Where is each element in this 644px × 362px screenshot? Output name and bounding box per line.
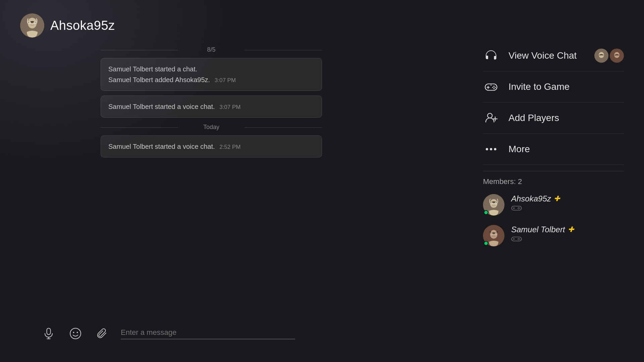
svg-point-50 — [518, 239, 519, 240]
header-username: Ahsoka95z — [50, 18, 115, 33]
header-avatar — [20, 13, 44, 38]
svg-point-48 — [519, 239, 520, 239]
message-text-1b: Samuel Tolbert added Ahsoka95z. — [108, 76, 210, 83]
chat-message-3: Samuel Tolbert started a voice chat. 2:5… — [101, 135, 322, 158]
svg-rect-51 — [47, 328, 50, 335]
svg-point-16 — [492, 87, 494, 88]
svg-point-49 — [518, 239, 518, 239]
add-person-icon — [483, 110, 499, 126]
input-bar — [40, 325, 295, 342]
online-dot-samuel — [484, 241, 488, 246]
member-item-samuel[interactable]: Samuel Tolbert ✚ — [483, 225, 624, 246]
date-divider-old: 8/5 — [101, 46, 322, 53]
svg-point-42 — [491, 234, 492, 234]
gamepad-icon — [483, 79, 499, 95]
emoji-button[interactable] — [67, 325, 84, 342]
message-text-1a: Samuel Tolbert started a chat. — [108, 65, 197, 73]
right-panel: View Voice Chat — [483, 40, 624, 256]
chat-message-1: Samuel Tolbert started a chat. Samuel To… — [101, 58, 322, 91]
svg-point-29 — [491, 203, 492, 203]
svg-point-24 — [494, 148, 496, 150]
svg-point-35 — [519, 208, 520, 208]
member-name-samuel: Samuel Tolbert ✚ — [511, 225, 574, 234]
invite-to-game-label: Invite to Game — [508, 81, 624, 92]
svg-point-37 — [518, 208, 519, 209]
microphone-button[interactable] — [40, 325, 57, 342]
header: Ahsoka95z — [20, 13, 115, 38]
panel-divider — [483, 171, 624, 171]
svg-point-56 — [77, 332, 78, 333]
svg-point-17 — [493, 88, 495, 89]
svg-point-34 — [518, 207, 519, 208]
chat-area: 8/5 Samuel Tolbert started a chat. Samue… — [101, 40, 322, 162]
member-item-ahsoka[interactable]: Ahsoka95z ✚ — [483, 194, 624, 216]
members-header: Members: 2 — [483, 177, 624, 186]
psplus-icon-samuel: ✚ — [568, 225, 574, 234]
chat-message-2: Samuel Tolbert started a voice chat. 3:0… — [101, 96, 322, 118]
controller-icon-samuel — [511, 236, 522, 244]
message-timestamp-2: 3:07 PM — [219, 104, 240, 110]
message-input-wrap — [121, 328, 295, 339]
more-dots-icon — [483, 141, 499, 157]
svg-point-15 — [495, 87, 496, 88]
more-label: More — [508, 144, 624, 155]
svg-point-47 — [518, 238, 519, 239]
svg-point-5 — [30, 22, 31, 23]
invite-to-game-item[interactable]: Invite to Game — [483, 71, 624, 103]
message-input[interactable] — [121, 328, 295, 337]
svg-point-30 — [495, 203, 496, 203]
message-text-2: Samuel Tolbert started a voice chat. — [108, 103, 215, 110]
add-players-item[interactable]: Add Players — [483, 103, 624, 134]
member-status-ahsoka — [511, 205, 560, 213]
member-name-ahsoka: Ahsoka95z ✚ — [511, 194, 560, 203]
svg-point-19 — [488, 113, 492, 118]
more-item[interactable]: More — [483, 134, 624, 165]
svg-point-23 — [490, 148, 492, 150]
message-text-3: Samuel Tolbert started a voice chat. — [108, 143, 215, 150]
svg-point-22 — [486, 148, 488, 150]
svg-point-43 — [495, 234, 496, 234]
voice-avatar-1 — [594, 49, 608, 63]
voice-chat-avatars — [594, 49, 624, 63]
view-voice-chat-item[interactable]: View Voice Chat — [483, 40, 624, 71]
message-timestamp-3: 2:52 PM — [219, 144, 240, 150]
member-info-ahsoka: Ahsoka95z ✚ — [511, 194, 560, 213]
member-info-samuel: Samuel Tolbert ✚ — [511, 225, 574, 244]
voice-avatar-2 — [610, 49, 624, 63]
svg-point-6 — [34, 22, 35, 23]
view-voice-chat-label: View Voice Chat — [508, 50, 585, 61]
member-avatar-wrap-samuel — [483, 225, 504, 246]
member-avatar-wrap-ahsoka — [483, 194, 504, 216]
controller-icon-ahsoka — [511, 205, 522, 213]
svg-point-14 — [493, 86, 495, 87]
attachment-button[interactable] — [94, 325, 111, 342]
svg-point-54 — [70, 328, 81, 339]
headset-icon — [483, 48, 499, 64]
svg-point-36 — [518, 208, 518, 208]
member-status-samuel — [511, 236, 574, 244]
svg-point-55 — [73, 332, 74, 333]
online-dot-ahsoka — [484, 210, 488, 215]
psplus-icon-ahsoka: ✚ — [554, 194, 560, 203]
message-timestamp-1: 3:07 PM — [215, 77, 236, 83]
date-divider-today: Today — [101, 124, 322, 131]
add-players-label: Add Players — [508, 113, 624, 123]
